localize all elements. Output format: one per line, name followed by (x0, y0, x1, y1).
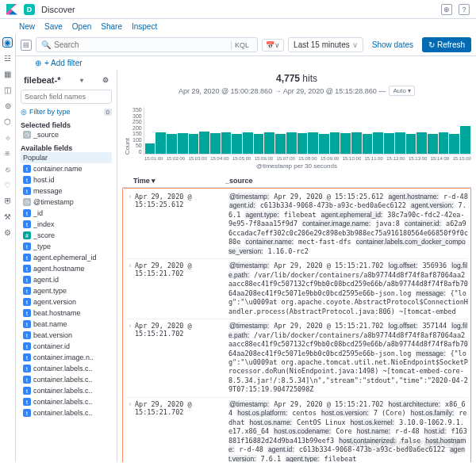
expand-icon[interactable]: › (125, 400, 135, 462)
field-search-input[interactable] (21, 90, 112, 104)
chart-bar[interactable] (384, 133, 394, 154)
ml-icon[interactable]: ⬡ (2, 116, 13, 127)
interval-select[interactable]: Auto ▾ (389, 86, 415, 96)
kibana-logo[interactable] (6, 4, 17, 15)
inspect-button[interactable]: Inspect (132, 22, 157, 31)
y-axis-ticks: 350300250200150100500 (132, 107, 144, 155)
field-item[interactable]: tcontainer.labels.c.. (21, 407, 112, 418)
canvas-icon[interactable]: ◫ (2, 85, 13, 95)
management-icon[interactable]: ⚙ (2, 227, 13, 238)
field-item[interactable]: t_index (21, 219, 112, 230)
logs-icon[interactable]: ≡ (2, 148, 13, 159)
filter-by-type[interactable]: ◎ Filter by type 0 (21, 106, 112, 117)
chart-bar[interactable] (460, 126, 470, 154)
chart-bar[interactable] (221, 132, 232, 154)
chart-bar[interactable] (449, 134, 459, 154)
help-icon[interactable]: ? (459, 4, 470, 15)
chart-bar[interactable] (178, 133, 188, 154)
expand-icon[interactable]: › (125, 262, 135, 316)
chart-bar[interactable] (298, 133, 308, 154)
field-item[interactable]: tbeat.version (21, 330, 112, 341)
field-item[interactable]: ◷@timestamp (21, 197, 112, 208)
search-input[interactable] (54, 40, 228, 49)
chart-bar[interactable] (363, 134, 373, 154)
devtools-icon[interactable]: ⚒ (2, 212, 13, 222)
add-filter-button[interactable]: + Add filter (44, 59, 83, 67)
show-dates-button[interactable]: Show dates (367, 40, 418, 49)
siem-icon[interactable]: ⛨ (2, 196, 13, 206)
index-pattern-select[interactable]: filebeat-*▾⚙ (21, 73, 112, 87)
save-button[interactable]: Save (44, 22, 63, 31)
field-item[interactable]: tbeat.name (21, 319, 112, 330)
refresh-button[interactable]: ↻ Refresh (422, 37, 471, 52)
sort-icon[interactable]: ▾ (152, 177, 155, 185)
field-item[interactable]: tcontainer.labels.c.. (21, 385, 112, 396)
field-item[interactable]: tcontainer.labels.c.. (21, 363, 112, 374)
field-item[interactable]: t_type (21, 241, 112, 252)
chart-bar[interactable] (395, 132, 405, 154)
breadcrumb[interactable]: Discover (41, 5, 75, 14)
new-button[interactable]: New (19, 22, 35, 31)
filter-toggle-icon[interactable]: ▤ (21, 40, 32, 51)
query-bar[interactable]: 🔍 KQL (36, 37, 258, 52)
field-item[interactable]: ◷_source (21, 129, 112, 140)
field-item[interactable]: tmessage (21, 185, 112, 197)
chart-bar[interactable] (275, 134, 286, 154)
chart-bar[interactable] (428, 134, 438, 154)
field-item[interactable]: tbeat.hostname (21, 307, 112, 319)
chart-bar[interactable] (145, 143, 155, 154)
share-button[interactable]: Share (101, 22, 122, 31)
chart-bar[interactable] (189, 134, 199, 154)
chart-bar[interactable] (199, 132, 209, 154)
chart-bar[interactable] (406, 134, 416, 154)
chart-bar[interactable] (416, 132, 427, 154)
calendar-icon[interactable]: 📅∨ (262, 39, 284, 52)
chart-bar[interactable] (254, 134, 264, 154)
field-item[interactable]: tagent.id (21, 274, 112, 285)
chart-bar[interactable] (232, 134, 242, 154)
time-range-select[interactable]: Last 15 minutes∨ (288, 37, 363, 52)
chart-bar[interactable] (373, 132, 383, 154)
x-axis-ticks: 15:01:0015:02:0015:03:0015:04:0015:05:00… (122, 156, 471, 161)
chart-bar[interactable] (308, 132, 318, 154)
field-item[interactable]: tcontainer.labels.c.. (21, 396, 112, 407)
discover-icon[interactable]: ◉ (2, 37, 13, 48)
chart-bar[interactable] (319, 134, 329, 154)
expand-icon[interactable]: › (125, 322, 135, 395)
field-item[interactable]: #_score (21, 230, 112, 241)
field-item[interactable]: tagent.version (21, 296, 112, 307)
chart-bar[interactable] (340, 133, 351, 154)
apm-icon[interactable]: ⎋ (2, 164, 13, 174)
field-item[interactable]: tcontainer.id (21, 341, 112, 352)
gear-icon[interactable]: ⚙ (102, 76, 109, 84)
chart-bar[interactable] (210, 133, 221, 154)
field-item[interactable]: tagent.type (21, 285, 112, 296)
histogram-chart[interactable] (144, 107, 471, 155)
chart-bar[interactable] (167, 134, 177, 154)
metrics-icon[interactable]: ⟐ (2, 132, 13, 143)
field-item[interactable]: tcontainer.labels.c.. (21, 374, 112, 385)
selected-fields-label: Selected fields (21, 121, 112, 129)
field-item[interactable]: tagent.ephemeral_id (21, 252, 112, 263)
field-item[interactable]: tcontainer.name (21, 163, 112, 174)
field-item[interactable]: tcontainer.image.n.. (21, 352, 112, 363)
chart-bar[interactable] (351, 132, 362, 154)
visualize-icon[interactable]: ☳ (2, 53, 13, 63)
kql-toggle[interactable]: KQL (231, 41, 252, 49)
field-item[interactable]: tagent.hostname (21, 263, 112, 274)
chart-bar[interactable] (264, 132, 274, 154)
field-item[interactable]: thost.id (21, 174, 112, 185)
newsfeed-icon[interactable]: ⊕ (441, 4, 452, 15)
chart-bar[interactable] (330, 132, 340, 154)
uptime-icon[interactable]: ♡ (2, 180, 13, 190)
chart-bar[interactable] (439, 132, 449, 154)
chart-bar[interactable] (286, 132, 297, 154)
chart-bar[interactable] (243, 132, 253, 154)
open-button[interactable]: Open (72, 22, 91, 31)
field-item[interactable]: t_id (21, 208, 112, 219)
chart-bar[interactable] (155, 132, 166, 154)
table-row: ›Apr 29, 2020 @ 15:15:21.702@timestamp: … (125, 319, 468, 398)
maps-icon[interactable]: ⊚ (2, 101, 13, 111)
expand-icon[interactable]: › (125, 193, 135, 256)
dashboard-icon[interactable]: ▦ (2, 69, 13, 79)
